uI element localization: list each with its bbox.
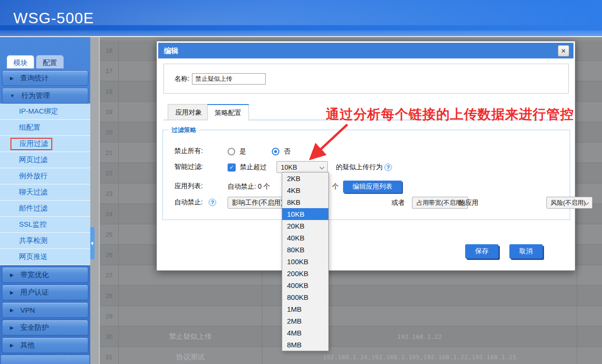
sidebar-item-label: 行为管理 bbox=[21, 91, 50, 100]
unit-label: 个 bbox=[332, 181, 339, 193]
sidebar-item-带宽优化[interactable]: ▶带宽优化 bbox=[2, 267, 88, 283]
table-row: 31协议测试192.168.1.24,192.168.2.105,192.168… bbox=[100, 347, 602, 364]
sidebar-item-label: 邮件过滤 bbox=[19, 204, 48, 213]
dropdown-option-10KB[interactable]: 10KB bbox=[282, 208, 328, 220]
rule-name-cell: 协议测试 bbox=[119, 347, 262, 364]
extra-cell bbox=[577, 245, 602, 265]
sidebar-item-label: 安全防护 bbox=[20, 323, 49, 332]
dropdown-option-80KB[interactable]: 80KB bbox=[282, 244, 328, 256]
sidebar-item-label: 带宽优化 bbox=[20, 270, 49, 279]
tab-app-target[interactable]: 应用对象 bbox=[168, 104, 210, 120]
chevron-down-icon bbox=[320, 165, 325, 170]
name-input[interactable] bbox=[192, 73, 266, 85]
row-number: 27 bbox=[100, 265, 119, 285]
row-number: 28 bbox=[100, 286, 119, 306]
table-row: 29 bbox=[100, 306, 602, 326]
risk-select[interactable]: 风险(不启用) bbox=[546, 197, 592, 209]
row-number: 31 bbox=[100, 347, 119, 364]
dropdown-option-2MB[interactable]: 2MB bbox=[282, 315, 328, 327]
sidebar-footer-bar bbox=[1, 354, 89, 364]
close-icon[interactable]: × bbox=[558, 45, 569, 57]
sidebar-menu: ▶查询统计▼行为管理IP-MAC绑定组配置应用过滤网页过滤例外放行聊天过滤邮件过… bbox=[0, 68, 90, 353]
auto-block-count: 自动禁止: 0 个 bbox=[228, 181, 270, 193]
smart-filter-prefix: 禁止超过 bbox=[240, 163, 267, 172]
sidebar-item-label: 其他 bbox=[20, 341, 35, 350]
radio-no-label: 否 bbox=[284, 147, 290, 156]
extra-cell bbox=[577, 286, 602, 306]
row-number: 24 bbox=[100, 204, 119, 224]
row-number: 22 bbox=[100, 163, 119, 183]
dropdown-option-4KB[interactable]: 4KB bbox=[282, 184, 328, 196]
sidebar-item-label: 用户认证 bbox=[20, 288, 49, 297]
dropdown-option-1MB[interactable]: 1MB bbox=[282, 303, 328, 315]
dropdown-option-8MB[interactable]: 8MB bbox=[282, 339, 328, 351]
edit-app-list-button[interactable]: 编辑应用列表 bbox=[343, 181, 402, 193]
sidebar-item-网页过滤[interactable]: 网页过滤 bbox=[0, 152, 90, 168]
sidebar-item-例外放行[interactable]: 例外放行 bbox=[0, 168, 90, 184]
filter-policy-fieldset: 过滤策略 禁止所有: 是 否 智能过滤: ✓ 禁止超过 bbox=[162, 130, 570, 220]
app-list-label: 应用列表: bbox=[174, 182, 203, 191]
app-header: WSG-500E bbox=[0, 0, 602, 37]
dropdown-option-800KB[interactable]: 800KB bbox=[282, 291, 328, 303]
sidebar-item-行为管理[interactable]: ▼行为管理 bbox=[2, 88, 88, 104]
cancel-button[interactable]: 取消 bbox=[509, 244, 543, 259]
dropdown-option-200KB[interactable]: 200KB bbox=[282, 268, 328, 279]
dropdown-option-40KB[interactable]: 40KB bbox=[282, 232, 328, 244]
radio-yes[interactable] bbox=[228, 148, 235, 155]
sidebar-item-安全防护[interactable]: ▶安全防护 bbox=[2, 320, 88, 335]
name-groupbox: 名称: bbox=[163, 64, 569, 94]
help-icon[interactable]: ? bbox=[209, 199, 216, 206]
checkbox-checked-icon[interactable]: ✓ bbox=[228, 163, 236, 172]
triangle-right-icon: ▶ bbox=[10, 76, 14, 81]
extra-cell bbox=[577, 224, 602, 244]
sidebar-item-组配置[interactable]: 组配置 bbox=[0, 120, 90, 136]
sidebar-collapse-handle[interactable] bbox=[90, 227, 95, 259]
triangle-down-icon: ▼ bbox=[10, 93, 15, 98]
triangle-right-icon: ▶ bbox=[10, 325, 14, 330]
dialog-titlebar: 编辑 × bbox=[158, 43, 573, 58]
annotation-text: 通过分析每个链接的上传数据来进行管控 bbox=[326, 105, 574, 124]
sidebar-item-label: 网页过滤 bbox=[19, 155, 48, 164]
sidebar-item-SSL监控[interactable]: SSL监控 bbox=[0, 217, 90, 233]
extra-cell bbox=[577, 306, 602, 326]
sidebar-item-聊天过滤[interactable]: 聊天过滤 bbox=[0, 184, 90, 201]
dropdown-option-400KB[interactable]: 400KB bbox=[282, 279, 328, 291]
row-auto-block: 自动禁止: ? 影响工作(不启用) 占用带宽(不启用) 或者 风险(不启用) 的… bbox=[163, 197, 570, 209]
sidebar-item-查询统计[interactable]: ▶查询统计 bbox=[2, 70, 88, 86]
dropdown-option-8KB[interactable]: 8KB bbox=[282, 196, 328, 208]
dropdown-option-4MB[interactable]: 4MB bbox=[282, 327, 328, 339]
auto-block-label: 自动禁止: bbox=[174, 198, 203, 207]
table-row: 28 bbox=[100, 286, 602, 306]
size-select[interactable]: 10KB bbox=[277, 161, 328, 173]
sidebar-item-label: 组配置 bbox=[19, 123, 40, 132]
smart-filter-label: 智能过滤: bbox=[174, 163, 203, 171]
sidebar-item-其他[interactable]: ▶其他 bbox=[2, 337, 88, 353]
bandwidth-value: 占用带宽(不启用) bbox=[416, 199, 464, 207]
dropdown-option-100KB[interactable]: 100KB bbox=[282, 256, 328, 268]
app-title: WSG-500E bbox=[13, 10, 94, 27]
extra-cell bbox=[577, 61, 602, 81]
sidebar-item-应用过滤[interactable]: 应用过滤 bbox=[0, 136, 90, 152]
rule-name-cell bbox=[119, 306, 262, 326]
sidebar-item-VPN[interactable]: ▶VPN bbox=[2, 302, 88, 318]
dropdown-option-2KB[interactable]: 2KB bbox=[282, 172, 328, 184]
auto-block-suffix: 的应用 bbox=[459, 197, 478, 209]
sidebar-item-网页推送[interactable]: 网页推送 bbox=[0, 249, 90, 265]
dropdown-option-20KB[interactable]: 20KB bbox=[282, 220, 328, 232]
row-app-list: 应用列表: 自动禁止: 0 个 个 编辑应用列表 bbox=[163, 181, 570, 193]
extra-cell bbox=[577, 102, 602, 122]
save-button[interactable]: 保存 bbox=[465, 244, 498, 259]
sidebar-tab-module[interactable]: 模块 bbox=[7, 55, 34, 68]
sidebar-item-邮件过滤[interactable]: 邮件过滤 bbox=[0, 201, 90, 217]
impact-work-value: 影响工作(不启用) bbox=[232, 199, 283, 207]
radio-no[interactable] bbox=[272, 148, 279, 155]
sidebar-tab-config[interactable]: 配置 bbox=[36, 55, 64, 68]
help-icon[interactable]: ? bbox=[384, 163, 392, 171]
risk-value: 风险(不启用) bbox=[551, 199, 586, 207]
sidebar-item-用户认证[interactable]: ▶用户认证 bbox=[2, 285, 88, 300]
sidebar-item-共享检测[interactable]: 共享检测 bbox=[0, 233, 90, 249]
tab-policy-config[interactable]: 策略配置 bbox=[207, 104, 249, 121]
sidebar-item-label: 聊天过滤 bbox=[19, 188, 48, 197]
size-dropdown-list: 2KB4KB8KB10KB20KB40KB80KB100KB200KB400KB… bbox=[282, 172, 329, 351]
sidebar-item-IP-MAC绑定[interactable]: IP-MAC绑定 bbox=[0, 104, 90, 120]
